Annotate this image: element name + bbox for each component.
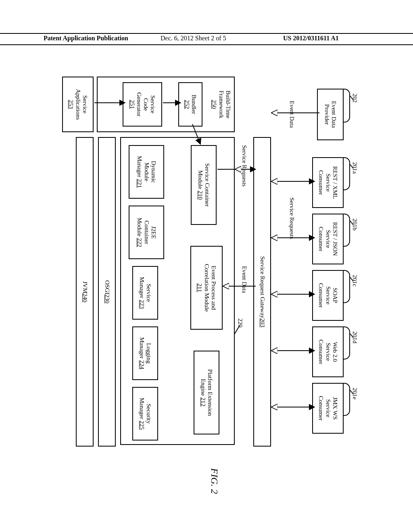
jmx1: JMX WS	[332, 397, 338, 420]
tab-201d	[343, 326, 350, 360]
figure-label: FIG. 2	[209, 468, 220, 494]
scm1: Service Container	[204, 163, 211, 207]
scm-id: 210	[197, 191, 204, 200]
diagram: Event Data Provider 202 REST / XML Servi…	[57, 77, 356, 463]
dmm2: Module	[143, 162, 150, 181]
box-j2ee-container-module: J2EE Container Module 222	[129, 206, 164, 259]
sec2: Manager 225	[138, 398, 145, 430]
box-security-manager: Security Manager 225	[132, 387, 158, 441]
scm2t: Module	[197, 170, 204, 191]
ref-201b: 201b	[351, 218, 358, 231]
page-header: Patent Application Publication Dec. 6, 2…	[0, 33, 413, 45]
log1: Logging	[145, 343, 152, 364]
log2t: Manager	[139, 337, 145, 360]
jmx2: Service	[324, 399, 331, 418]
rjson1: REST / JSON	[332, 222, 338, 256]
tab-201a	[343, 157, 350, 190]
rxml1: REST / XML	[332, 166, 338, 199]
jmx3: Consumer	[317, 396, 324, 421]
box-service-applications: Service Applications 253	[62, 77, 94, 132]
tab-202	[343, 89, 350, 123]
ref-201d: 201d	[351, 331, 358, 343]
header-right: US 2012/0311611 A1	[283, 35, 339, 42]
dmm-id: 221	[136, 179, 143, 188]
scg1: Service	[149, 96, 156, 114]
ref-220: 220	[237, 318, 244, 328]
box-osgi: OSGI 230	[98, 137, 116, 447]
dmm3t: Manager	[136, 156, 143, 179]
scg3: Generator	[136, 92, 142, 116]
svc2: Manager 223	[138, 277, 145, 309]
soap1: SOAP	[332, 288, 338, 303]
gw-id: 203	[259, 318, 265, 328]
box-web20-consumer: Web 2.0 Service Consumer	[312, 326, 344, 377]
dmm3: Manager 221	[136, 156, 143, 188]
tab-201b	[343, 214, 350, 247]
box-bundler: Bundler 252	[178, 82, 202, 127]
epc1: Event Process and	[210, 266, 217, 310]
label-event-data-1: Event Data	[288, 101, 295, 128]
sec1: Security	[145, 404, 152, 424]
sap2: Applications	[74, 89, 81, 120]
box-soap-consumer: SOAP Service Consumer	[312, 270, 344, 321]
svc2t: Manager	[139, 277, 145, 300]
box-service-gateway: Service Request Gateway 203	[253, 137, 271, 447]
evt-line1: Event Data	[330, 101, 337, 128]
sec-id: 225	[139, 421, 145, 430]
sec2t: Manager	[139, 398, 145, 421]
ref-201c: 201c	[351, 275, 358, 287]
bund: Bundler	[190, 95, 197, 114]
box-service-code-generator: Service Code Generator 251	[123, 82, 162, 127]
diagram-wrapper: Event Data Provider 202 REST / XML Servi…	[57, 77, 356, 463]
btf1: Build-Time	[225, 90, 232, 118]
web2: Service	[324, 343, 331, 361]
ref-202: 202	[351, 94, 358, 103]
j2ee1: J2EE	[150, 226, 157, 239]
box-service-manager: Service Manager 223	[132, 266, 158, 320]
gw-text: Service Request Gateway	[259, 256, 265, 318]
btf2: Framework	[218, 90, 225, 118]
scg2: Code	[142, 98, 149, 111]
label-service-requests-1: Service Requests	[288, 197, 295, 239]
soap3: Consumer	[317, 283, 324, 308]
log-id: 224	[139, 360, 145, 370]
rxml2: Service	[324, 174, 331, 192]
osgi-id: 230	[103, 294, 110, 303]
box-platform-extension-engine: Platform Extension Engine 212	[194, 351, 219, 434]
page: Patent Application Publication Dec. 6, 2…	[0, 0, 413, 532]
j2ee3t: Module	[136, 218, 143, 238]
pee2: Engine 212	[200, 379, 206, 407]
rjson3: Consumer	[317, 227, 324, 251]
pee1: Platform Extension	[206, 369, 213, 416]
box-jvm: JVM 240	[76, 137, 94, 447]
tab-201c	[343, 270, 350, 303]
box-event-process-correlation: Event Process and Correlation Module 211	[190, 246, 223, 330]
evt-line2: Provider	[323, 104, 330, 125]
rxml3: Consumer	[317, 170, 324, 195]
box-dynamic-module-manager: Dynamic Module Manager 221	[129, 145, 164, 199]
box-rest-xml-consumer: REST / XML Service Consumer	[312, 157, 344, 208]
j2ee3: Module 222	[136, 218, 143, 247]
web1: Web 2.0	[332, 342, 338, 362]
box-event-data-provider: Event Data Provider	[317, 89, 344, 140]
scm2: Module 210	[197, 170, 204, 200]
epc2: Correlation Module	[203, 264, 210, 312]
box-rest-json-consumer: REST / JSON Service Consumer	[312, 214, 344, 264]
header-left: Patent Application Publication	[44, 35, 128, 42]
label-service-requests-2: Service Requests	[241, 145, 248, 187]
jvm-t: JVM	[81, 281, 88, 293]
rjson2: Service	[324, 230, 331, 248]
svc-id: 223	[139, 300, 145, 309]
soap2: Service	[324, 287, 331, 305]
bund-id: 252	[184, 100, 190, 109]
sap1: Service	[81, 96, 88, 114]
j2ee-id: 222	[136, 238, 143, 247]
tab-201e	[343, 383, 350, 416]
pee-id: 212	[200, 397, 206, 407]
box-logging-manager: Logging Manager 224	[132, 326, 158, 380]
j2ee2: Container	[143, 220, 150, 244]
pee2t: Engine	[200, 379, 206, 397]
epc-id: 211	[196, 283, 203, 292]
label-event-data-2: Event Data	[241, 266, 248, 293]
box-service-container-module: Service Container Module 210	[191, 145, 217, 225]
